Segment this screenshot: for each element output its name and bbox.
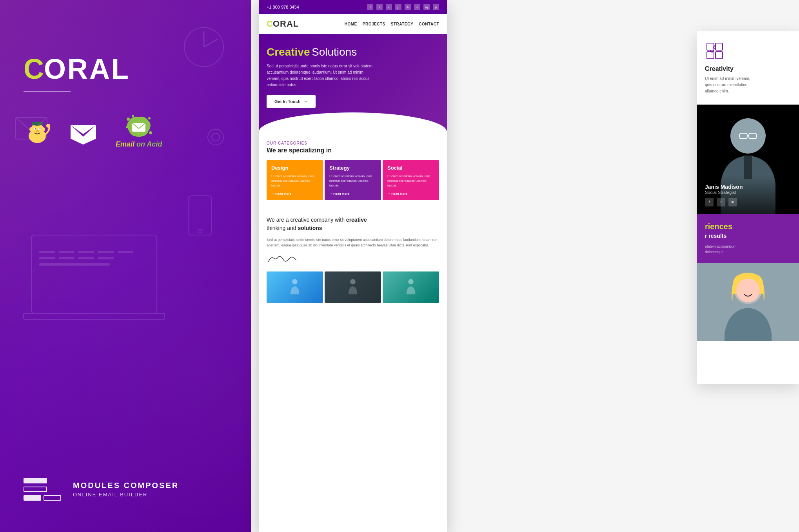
svg-point-19 [212,133,220,141]
team-member-role: Social Strategist [705,190,791,195]
facebook-icon: f [367,4,373,10]
team-member-photo: Janis Madison Social Strategist f t in [697,105,799,214]
categories-title: We are specializing in [267,147,439,154]
svg-point-31 [46,124,50,128]
svg-point-27 [40,128,41,129]
social-card-title: Social [387,165,434,171]
email-topbar: +1 800 978 3454 f t in p tk s ig yt [259,0,447,14]
svg-rect-9 [78,257,94,259]
splat-icon [125,115,153,139]
on-acid-word: on Acid [136,140,162,148]
bottom-text: MODULES COMPOSER ONLINE EMAIL BUILDER [73,481,179,498]
svg-rect-43 [707,43,714,50]
strategy-read-more[interactable]: → Read More [329,192,376,195]
design-card-title: Design [271,165,318,171]
member-facebook-icon[interactable]: f [705,198,714,206]
hero-creative: Creative [267,46,310,58]
svg-point-38 [149,131,152,134]
svg-rect-8 [59,257,74,259]
instagram-icon: ig [423,4,430,10]
hero-headline: Creative Solutions [267,46,439,58]
right-side-panel: Creativity Ut enim ad minim veniam, quis… [697,31,799,384]
svg-rect-6 [118,251,133,253]
youtube-icon: yt [433,4,439,10]
modules-title: MODULES COMPOSER [73,481,179,490]
svg-point-36 [148,117,151,119]
member-linkedin-icon[interactable]: in [728,198,737,206]
svg-point-40 [292,279,298,285]
svg-point-18 [208,129,223,145]
creative-title-part1: We are a creative company with [267,217,346,223]
svg-rect-3 [59,251,74,253]
svg-rect-7 [39,257,55,259]
campaign-monitor-logo [71,119,96,145]
svg-point-58 [736,279,760,302]
design-read-more[interactable]: → Read More [271,192,318,195]
team-photo-3 [383,271,439,303]
header-logo-rest: ORAL [273,19,299,29]
strategy-card-desc: Ut enim ad minim veniam, quis nostrud ex… [329,174,376,188]
logo-divider [24,91,71,92]
svg-point-16 [198,229,202,233]
creative-company-section: We are a creative company with creative … [259,208,447,311]
email-acid-text: Email on Acid [116,140,162,148]
email-on-acid-logo: Email on Acid [116,115,162,148]
hero-description: Sed ut perspiciatis unde omnis iste natu… [267,63,376,88]
bar-outline-1 [24,487,47,492]
design-card: Design Ut enim ad minim veniam, quis nos… [267,160,323,200]
logo-rest: ORAL [44,55,130,83]
experiences-section: riences r results ptatem accusantiumdolo… [697,214,799,263]
creativity-desc-text: Ut enim ad minim veniam, [705,76,750,81]
twitter-icon: t [376,4,383,10]
get-in-touch-button[interactable]: Get In Touch → [267,95,316,108]
strategy-card-title: Strategy [329,165,376,171]
svg-rect-45 [707,52,714,59]
creativity-desc-text2: quis nostrud exercitation [705,83,747,87]
header-logo-c: C [267,19,273,29]
spotify-icon: s [414,4,420,10]
experiences-description: ptatem accusantiumdoloremque [705,244,791,255]
email-hero: Creative Solutions Sed ut perspiciatis u… [259,34,447,131]
person-silhouette-3 [383,271,439,303]
nav-contact[interactable]: CONTACT [419,22,439,26]
hero-solutions: Solutions [312,46,357,58]
svg-rect-11 [39,263,110,266]
strategy-card: Strategy Ut enim ad minim veniam, quis n… [325,160,381,200]
svg-rect-15 [188,196,212,235]
partner-logos: Email on Acid [24,115,162,148]
svg-point-12 [184,27,223,67]
bar-rect-1 [24,478,47,483]
phone-number: +1 800 978 3454 [267,5,299,9]
svg-point-35 [127,118,130,121]
email-nav: HOME PROJECTS STRATEGY CONTACT [345,22,439,26]
nav-home[interactable]: HOME [345,22,357,26]
person-silhouette-1 [267,271,323,303]
signature-svg [267,254,298,264]
left-panel: C ORAL [0,0,251,532]
member-twitter-icon[interactable]: t [717,198,725,206]
svg-point-41 [350,279,356,285]
svg-point-30 [42,127,45,131]
hero-btn-text: Get In Touch [274,99,300,104]
person-silhouette-2 [325,271,381,303]
team-photos [267,271,439,303]
svg-rect-0 [31,235,157,313]
nav-projects[interactable]: PROJECTS [363,22,385,26]
mailchimp-logo [24,118,51,146]
creative-bold1: creative [346,217,367,223]
experiences-subtitle: r results [705,233,791,239]
woman-photo [697,263,799,341]
team-photo-1 [267,271,323,303]
nav-strategy[interactable]: STRATEGY [391,22,414,26]
creativity-description: Ut enim ad minim veniam, quis nostrud ex… [705,76,791,94]
pinterest-icon: p [395,4,401,10]
bar-rect-2 [24,495,41,501]
social-read-more[interactable]: → Read More [387,192,434,195]
svg-rect-46 [715,52,723,59]
svg-rect-5 [98,251,114,253]
svg-rect-10 [98,257,114,259]
email-header: C ORAL HOME PROJECTS STRATEGY CONTACT [259,14,447,34]
svg-point-42 [408,279,414,285]
hero-btn-arrow: → [303,99,308,104]
team-member-socials: f t in [705,198,791,206]
